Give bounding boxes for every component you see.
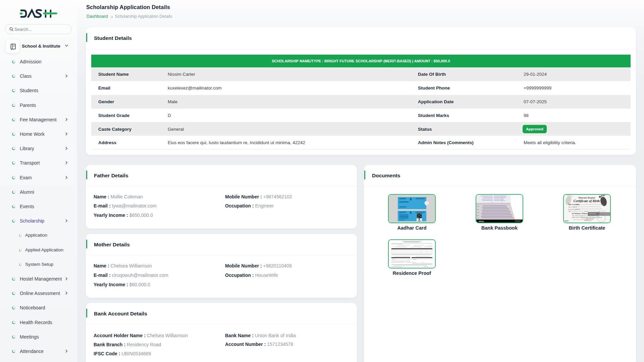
svg-text:Chief Physician: Chief Physician: [586, 219, 594, 220]
svg-text:the: the: [569, 210, 571, 212]
svg-text:alamy: alamy: [479, 220, 484, 222]
svg-text:A. D.: A. D.: [597, 210, 600, 212]
svg-text:Certificate of Birth: Certificate of Birth: [574, 199, 600, 203]
svg-text:In Witness Whereof: In Witness Whereof: [572, 213, 589, 215]
svg-text:in this Hospital at: in this Hospital at: [568, 208, 580, 210]
svg-text:day of: day of: [584, 210, 588, 212]
svg-text:getty images: getty images: [589, 213, 596, 214]
svg-text:Born here to: Born here to: [569, 206, 577, 208]
svg-text:Attending Nurse: Attending Nurse: [584, 220, 592, 221]
svg-text:Maternity Hospital: Maternity Hospital: [578, 197, 595, 199]
svg-text:This Certifies: This Certifies: [568, 203, 580, 205]
